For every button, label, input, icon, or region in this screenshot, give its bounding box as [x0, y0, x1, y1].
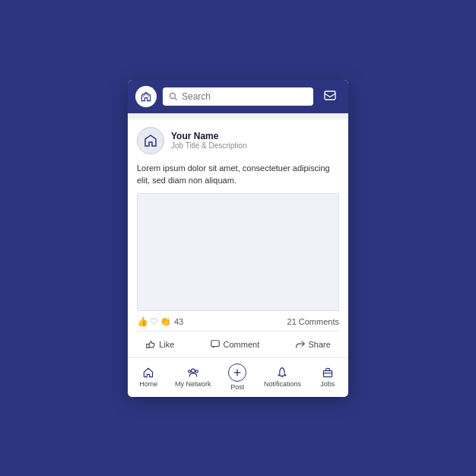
- svg-point-0: [170, 93, 176, 98]
- reaction-icons: 👍 ♡ 👏: [137, 316, 171, 327]
- comment-label: Comment: [224, 340, 260, 349]
- svg-rect-9: [323, 370, 332, 376]
- reaction-count: 43: [174, 317, 183, 326]
- like-button[interactable]: Like: [139, 336, 180, 353]
- nav-item-jobs[interactable]: Jobs: [313, 367, 343, 388]
- like-label: Like: [159, 340, 174, 349]
- post-card: Your Name Job Title & Description Lorem …: [128, 119, 348, 357]
- post-circle: [228, 363, 246, 382]
- nav-item-post[interactable]: Post: [222, 363, 252, 391]
- nav-item-my-network[interactable]: My Network: [175, 367, 211, 388]
- svg-point-6: [195, 370, 198, 372]
- nav-item-home[interactable]: Home: [133, 367, 163, 388]
- clap-icon: 👏: [160, 316, 171, 327]
- bottom-nav: Home My Network Post: [128, 357, 348, 397]
- search-bar[interactable]: [163, 87, 313, 106]
- search-input[interactable]: [182, 91, 307, 102]
- author-name: Your Name: [171, 131, 247, 141]
- author-title: Job Title & Description: [171, 141, 247, 150]
- svg-rect-2: [325, 91, 335, 100]
- share-button[interactable]: Share: [289, 336, 337, 353]
- share-label: Share: [309, 340, 331, 349]
- phone-frame: Your Name Job Title & Description Lorem …: [128, 80, 348, 397]
- post-author: Your Name Job Title & Description: [128, 119, 348, 159]
- nav-post-label: Post: [230, 383, 244, 391]
- nav-jobs-label: Jobs: [320, 380, 335, 388]
- nav-network-label: My Network: [175, 380, 211, 388]
- post-body: Lorem ipsum dolor sit amet, consectetuer…: [128, 159, 348, 193]
- message-icon[interactable]: [319, 86, 341, 107]
- svg-line-1: [175, 97, 177, 100]
- comment-button[interactable]: Comment: [204, 336, 266, 353]
- heart-icon: ♡: [150, 316, 158, 327]
- comments-count: 21 Comments: [287, 317, 339, 326]
- nav-item-notifications[interactable]: Notifications: [264, 367, 301, 388]
- post-stats: 👍 ♡ 👏 43 21 Comments: [128, 311, 348, 331]
- reactions: 👍 ♡ 👏 43: [137, 316, 183, 327]
- svg-point-5: [188, 370, 190, 372]
- top-nav: [128, 80, 348, 113]
- search-icon: [169, 92, 178, 101]
- thumbs-up-icon: 👍: [137, 316, 148, 327]
- post-actions: Like Comment Share: [128, 332, 348, 357]
- nav-home-label: Home: [139, 380, 157, 388]
- author-info: Your Name Job Title & Description: [171, 131, 247, 150]
- svg-rect-3: [211, 340, 219, 346]
- avatar: [137, 127, 164, 154]
- nav-notifications-label: Notifications: [264, 380, 301, 388]
- svg-point-4: [191, 369, 195, 373]
- logo-avatar: [135, 86, 157, 107]
- post-image: [137, 193, 339, 311]
